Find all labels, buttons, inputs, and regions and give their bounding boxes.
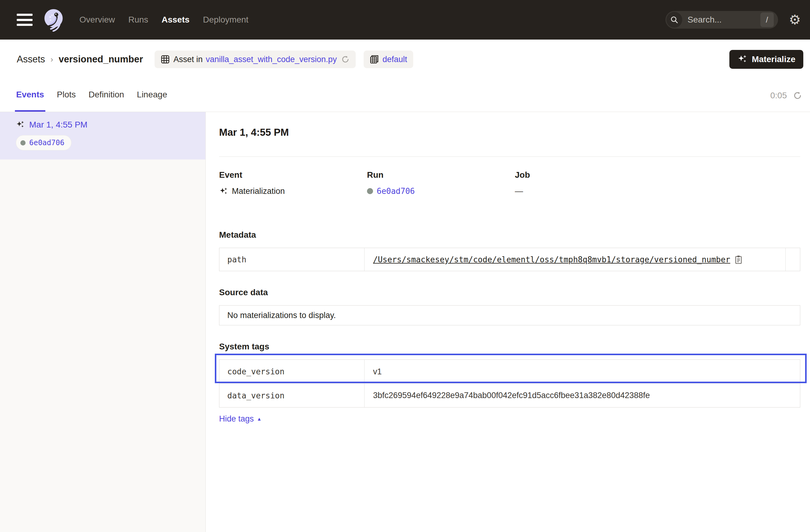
repo-grid-icon [370,55,379,64]
asset-file-link[interactable]: vanilla_asset_with_code_version.py [206,55,337,64]
event-list-sidebar: Mar 1, 4:55 PM 6e0ad706 [0,112,206,532]
event-timestamp-link[interactable]: Mar 1, 4:55 PM [29,120,87,130]
tag-key: data_version [220,384,364,407]
event-list-item-selected[interactable]: Mar 1, 4:55 PM 6e0ad706 [0,112,205,160]
run-column-label: Run [367,170,515,180]
nav-deployment[interactable]: Deployment [203,15,248,25]
copy-icon[interactable] [734,255,743,264]
event-type-value: Materialization [232,187,285,196]
reload-definition-icon[interactable] [341,55,350,64]
nav-overview[interactable]: Overview [79,15,115,25]
repo-default-link[interactable]: default [383,55,407,64]
event-summary-columns: Event Materialization Run 6e0ad706 [219,170,800,196]
search-input[interactable]: Search... / [665,11,778,29]
source-data-empty-box: No materializations to display. [219,305,800,325]
app-header: Overview Runs Assets Deployment Search..… [0,0,810,39]
materialization-sparkle-icon [219,187,228,196]
run-id-chip[interactable]: 6e0ad706 [16,135,71,150]
metadata-heading: Metadata [219,230,800,240]
run-id-text: 6e0ad706 [29,139,65,147]
asset-definition-chip[interactable]: Asset in vanilla_asset_with_code_version… [155,50,356,68]
run-status-dot [367,188,373,194]
metadata-path-link[interactable]: /Users/smackesey/stm/code/elementl/oss/t… [373,255,730,264]
nav-assets[interactable]: Assets [162,15,190,25]
tab-events[interactable]: Events [15,79,45,112]
metadata-table: path /Users/smackesey/stm/code/elementl/… [219,248,800,271]
event-column-label: Event [219,170,367,180]
tab-definition[interactable]: Definition [87,79,125,112]
job-empty-value: — [515,187,523,196]
system-tags-table: code_version v1 data_version 3bfc269594e… [219,359,800,407]
breadcrumb-chevron-icon: › [50,55,53,64]
asset-in-label: Asset in [174,55,202,64]
tab-lineage[interactable]: Lineage [136,79,168,112]
repo-location-chip[interactable]: default [363,50,413,68]
tag-row-code-version: code_version v1 [220,360,800,384]
breadcrumb-asset-name: versioned_number [59,54,143,65]
event-detail-title: Mar 1, 4:55 PM [219,127,800,138]
tag-value: 3bfc269594ef649228e9a74bab00f042efc91d5a… [364,384,800,407]
caret-up-icon: ▲ [257,416,262,422]
materialize-button[interactable]: Materialize [729,50,803,69]
nav-runs[interactable]: Runs [128,15,148,25]
run-column: Run 6e0ad706 [367,170,515,196]
search-icon [666,12,682,28]
job-column: Job — [515,170,800,196]
source-data-empty-message: No materializations to display. [227,311,336,320]
run-id-link[interactable]: 6e0ad706 [377,187,415,196]
asset-grid-icon [161,55,170,64]
tag-key: code_version [220,360,364,384]
event-detail-panel: Mar 1, 4:55 PM Event Materialization Run [206,112,810,532]
sparkle-icon [737,54,748,65]
dagster-logo-icon[interactable] [41,8,65,32]
system-tags-heading: System tags [219,342,800,352]
tag-value: v1 [364,360,800,384]
breadcrumb-assets[interactable]: Assets [17,54,45,65]
settings-gear-icon[interactable]: ⚙ [789,13,801,27]
materialize-label: Materialize [752,54,795,64]
tag-row-data-version: data_version 3bfc269594ef649228e9a74bab0… [220,384,800,407]
asset-header-row: Assets › versioned_number Asset in vanil… [0,39,810,79]
source-data-heading: Source data [219,288,800,297]
hamburger-menu-icon[interactable] [17,14,33,26]
refresh-icon[interactable] [793,91,802,100]
metadata-key: path [220,248,364,271]
tab-plots[interactable]: Plots [56,79,77,112]
search-placeholder: Search... [688,15,760,25]
metadata-expand-cell[interactable] [785,248,800,271]
page-body: Mar 1, 4:55 PM 6e0ad706 Mar 1, 4:55 PM E… [0,112,810,532]
materialization-sparkle-icon [16,120,25,129]
asset-tabs-row: Events Plots Definition Lineage 0:05 [0,79,810,112]
refresh-countdown: 0:05 [771,91,787,100]
primary-nav: Overview Runs Assets Deployment [79,15,248,25]
run-status-dot [20,140,26,145]
job-column-label: Job [515,170,800,180]
hide-tags-link[interactable]: Hide tags ▲ [219,414,262,424]
event-column: Event Materialization [219,170,367,196]
hide-tags-label: Hide tags [219,414,254,424]
search-shortcut-badge: / [760,13,774,27]
